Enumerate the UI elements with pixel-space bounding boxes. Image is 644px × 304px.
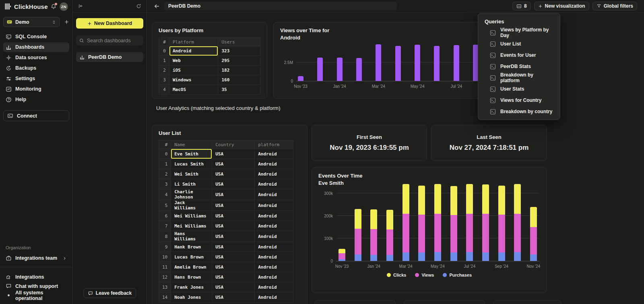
legend-item-views[interactable]: Views xyxy=(415,273,434,277)
table-row[interactable]: 8Hans WilliamsUSAAndroid xyxy=(159,231,293,242)
table-cell[interactable]: 160 xyxy=(218,75,260,85)
legend-item-clicks[interactable]: Clicks xyxy=(387,273,406,277)
table-cell[interactable]: Hank Brown xyxy=(171,242,212,252)
table-cell[interactable]: 9 xyxy=(159,242,171,252)
table-cell[interactable]: Android xyxy=(255,252,293,262)
table-cell[interactable]: USA xyxy=(212,149,255,159)
table-row[interactable]: 0Eve SmithUSAAndroid xyxy=(159,149,293,159)
sidebar-item-settings[interactable]: Settings xyxy=(3,74,69,83)
table-cell[interactable]: Amelia Brown xyxy=(171,262,212,272)
stacked-bar-Dec '23[interactable] xyxy=(355,209,361,261)
table-row[interactable]: 4Charlie JohnsonUSAAndroid xyxy=(159,189,293,200)
table-cell[interactable]: USA xyxy=(212,252,255,262)
query-menu-item[interactable]: Breakdown by platform xyxy=(485,72,553,83)
table-cell[interactable]: Lucas Smith xyxy=(171,159,212,169)
table-cell[interactable]: USA xyxy=(212,272,255,282)
table-cell[interactable]: MacOS xyxy=(169,85,218,95)
table-cell[interactable]: USA xyxy=(212,169,255,179)
integrations-item[interactable]: Integrations xyxy=(3,272,69,281)
table-row[interactable]: 9Hank BrownUSAAndroid xyxy=(159,242,293,252)
column-header[interactable]: Users xyxy=(218,38,260,46)
stacked-bar-Sep '24[interactable] xyxy=(498,186,505,261)
table-cell[interactable]: Android xyxy=(255,272,293,282)
collapse-panel-icon[interactable] xyxy=(78,3,84,9)
table-cell[interactable]: USA xyxy=(212,242,255,252)
table-row[interactable]: 1Web295 xyxy=(159,56,260,66)
sidebar-item-help[interactable]: Help xyxy=(3,95,69,104)
bar-Jan '24[interactable] xyxy=(337,58,343,81)
table-cell[interactable]: USA xyxy=(212,179,255,189)
sidebar-item-backups[interactable]: Backups xyxy=(3,63,69,73)
back-arrow-icon[interactable] xyxy=(154,3,160,9)
column-header[interactable]: # xyxy=(159,141,171,149)
stacked-bar-Nov '23[interactable] xyxy=(339,249,345,261)
table-row[interactable]: 14Noah JonesUSAAndroid xyxy=(159,292,293,302)
bar-May '24[interactable] xyxy=(415,45,420,81)
bar-Mar '24[interactable] xyxy=(376,44,381,81)
stacked-bar-Jan '24[interactable] xyxy=(370,209,377,261)
table-cell[interactable]: Charlie Johnson xyxy=(171,189,212,200)
table-row[interactable]: 12Hans BrownUSAAndroid xyxy=(159,272,293,282)
table-cell[interactable]: Lucas Brown xyxy=(171,252,212,262)
legend-item-purchases[interactable]: Purchases xyxy=(443,273,472,277)
table-cell[interactable]: Mei Williams xyxy=(171,221,212,231)
query-menu-item[interactable]: PeerDB Stats xyxy=(485,61,553,72)
table-cell[interactable]: 323 xyxy=(218,46,260,56)
table-cell[interactable]: USA xyxy=(212,262,255,272)
bar-Jul '24[interactable] xyxy=(454,45,459,81)
connect-button[interactable]: Connect xyxy=(3,110,69,121)
table-cell[interactable]: 11 xyxy=(159,262,171,272)
table-cell[interactable]: 0 xyxy=(159,46,169,56)
table-row[interactable]: 0Android323 xyxy=(159,46,260,56)
table-cell[interactable]: Android xyxy=(255,200,293,211)
table-cell[interactable]: Android xyxy=(255,262,293,272)
table-cell[interactable]: 3 xyxy=(159,75,169,85)
stacked-bar-May '24[interactable] xyxy=(434,184,441,261)
table-row[interactable]: 1Lucas SmithUSAAndroid xyxy=(159,159,293,169)
table-cell[interactable]: Jack Williams xyxy=(171,200,212,211)
leave-feedback-button[interactable]: Leave feedback xyxy=(83,288,136,298)
stacked-bar-Mar '24[interactable] xyxy=(402,184,409,261)
table-row[interactable]: 5Jack WilliamsUSAAndroid xyxy=(159,200,293,211)
table-cell[interactable]: Android xyxy=(169,46,218,56)
table-cell[interactable]: Frank Jones xyxy=(171,282,212,292)
refresh-icon[interactable] xyxy=(136,4,141,9)
table-cell[interactable]: Android xyxy=(255,179,293,189)
table-cell[interactable]: Eve Smith xyxy=(171,149,212,159)
query-menu-item[interactable]: Views for Country xyxy=(485,95,553,106)
table-cell[interactable]: Android xyxy=(255,242,293,252)
table-cell[interactable]: USA xyxy=(212,282,255,292)
bar-Nov '23[interactable] xyxy=(298,76,303,81)
column-header[interactable]: Country xyxy=(212,141,255,149)
table-cell[interactable]: 7 xyxy=(159,221,171,231)
stacked-bar-Jun '24[interactable] xyxy=(450,186,457,261)
system-status-item[interactable]: All systems operational xyxy=(3,291,69,300)
table-cell[interactable]: Android xyxy=(255,169,293,179)
organization-team-item[interactable]: Integrations team xyxy=(3,253,69,263)
table-cell[interactable]: Wei Williams xyxy=(171,211,212,221)
table-cell[interactable]: 13 xyxy=(159,282,171,292)
query-menu-item[interactable]: User Stats xyxy=(485,83,553,95)
table-cell[interactable]: 3 xyxy=(159,179,171,189)
sidebar-item-data-sources[interactable]: Data sources xyxy=(3,53,69,62)
table-cell[interactable]: Android xyxy=(255,149,293,159)
dashboard-title-input[interactable]: PeerDB Demo xyxy=(164,2,397,10)
table-cell[interactable]: 4 xyxy=(159,189,171,200)
table-row[interactable]: 4MacOS35 xyxy=(159,85,260,95)
table-row[interactable]: 3Li SmithUSAAndroid xyxy=(159,179,293,189)
table-cell[interactable]: 5 xyxy=(159,200,171,211)
table-cell[interactable]: iOS xyxy=(169,66,218,75)
table-cell[interactable]: Android xyxy=(255,231,293,242)
table-row[interactable]: 13Frank JonesUSAAndroid xyxy=(159,282,293,292)
stacked-bar-Aug '24[interactable] xyxy=(482,184,489,261)
table-cell[interactable]: 295 xyxy=(218,56,260,66)
table-cell[interactable]: 35 xyxy=(218,85,260,95)
search-dashboards-input[interactable]: Search dashboards xyxy=(76,35,143,45)
table-cell[interactable]: 0 xyxy=(159,149,171,159)
dashboard-list-item[interactable]: PeerDB Demo xyxy=(76,52,143,62)
table-row[interactable]: 6Wei WilliamsUSAAndroid xyxy=(159,211,293,221)
avatar[interactable]: ZN xyxy=(60,2,68,11)
table-cell[interactable]: USA xyxy=(212,189,255,200)
table-cell[interactable]: 2 xyxy=(159,169,171,179)
table-cell[interactable]: 4 xyxy=(159,85,169,95)
